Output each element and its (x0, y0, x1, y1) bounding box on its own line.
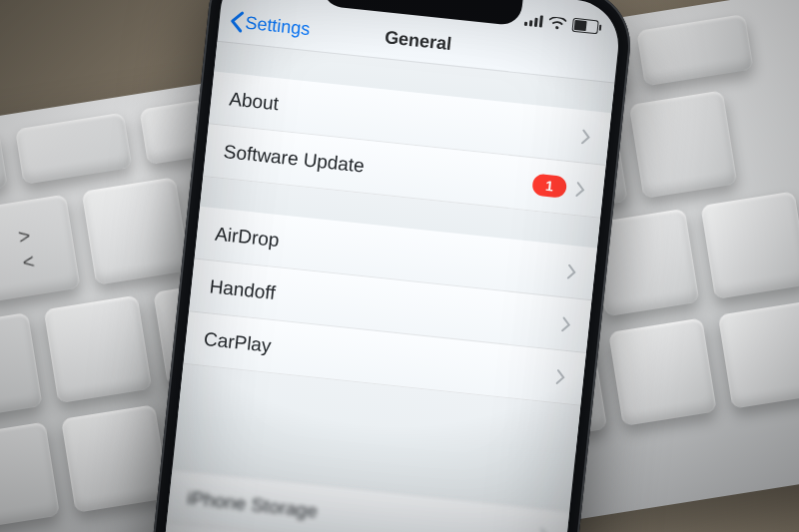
battery-icon (571, 18, 598, 35)
key (718, 300, 799, 409)
row-label: AirDrop (214, 224, 280, 253)
row-label: Handoff (209, 275, 277, 304)
chevron-right-icon (575, 182, 586, 198)
key (608, 317, 717, 426)
status-time: 22:10 (244, 0, 284, 3)
settings-list[interactable]: About Software Update 1 (178, 42, 614, 456)
key (700, 191, 799, 299)
key (82, 177, 191, 285)
row-label: CarPlay (203, 328, 273, 357)
key-angle: >< (0, 195, 81, 303)
phone-screen: 22:10 (150, 0, 622, 532)
chevron-right-icon (581, 129, 592, 145)
row-label: About (228, 88, 280, 115)
back-button[interactable]: Settings (229, 10, 312, 40)
phone: 22:10 (137, 0, 635, 532)
row-iphone-storage[interactable]: iPhone Storage (167, 469, 569, 532)
row-label: iPhone Storage (186, 487, 319, 523)
wifi-icon (548, 16, 567, 31)
chevron-right-icon (555, 369, 566, 385)
key (44, 295, 153, 404)
row-label: Software Update (223, 141, 366, 178)
chevron-right-icon (561, 316, 572, 332)
chevron-left-icon (229, 10, 245, 33)
notification-badge: 1 (531, 173, 567, 198)
chevron-right-icon (539, 528, 550, 532)
chevron-right-icon (567, 264, 578, 279)
key (629, 90, 738, 199)
cellular-signal-icon (524, 14, 543, 28)
back-label: Settings (245, 12, 312, 40)
key (61, 404, 170, 513)
scene: esc ±§ >< → (0, 0, 799, 532)
key (0, 422, 60, 532)
